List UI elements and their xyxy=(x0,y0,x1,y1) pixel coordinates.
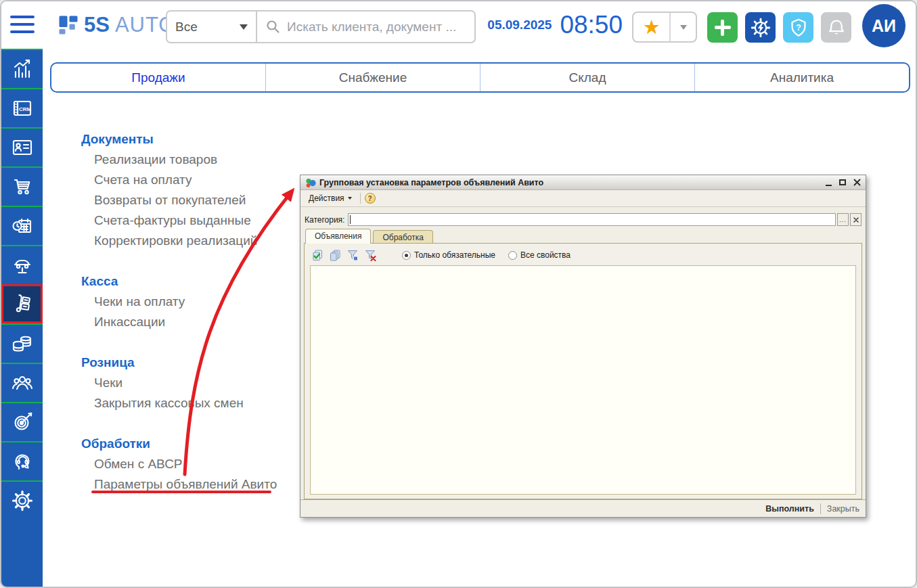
dialog-title: Групповая установка параметров объявлени… xyxy=(319,178,543,187)
app-logo[interactable]: 5SAUTO xyxy=(58,1,175,49)
chevron-down-icon xyxy=(680,25,687,30)
add-new-button[interactable] xyxy=(707,12,738,43)
radio-required-only[interactable]: Только обязательные xyxy=(402,250,495,260)
properties-list[interactable] xyxy=(310,265,856,495)
user-avatar[interactable]: АИ xyxy=(862,4,905,47)
topbar: 5SAUTO Все 05.09.2025 08:50 ★ xyxy=(1,1,916,49)
close-dialog-button[interactable]: Закрыть xyxy=(827,504,859,514)
star-icon[interactable]: ★ xyxy=(633,13,671,41)
svg-text:?: ? xyxy=(796,22,801,32)
help-icon[interactable]: ? xyxy=(365,193,376,204)
car-service-icon xyxy=(10,253,35,277)
menu-section-title: Розница xyxy=(81,353,277,373)
tab-obyavleniya[interactable]: Объявления xyxy=(305,229,371,244)
menu-section-title: Документы xyxy=(81,129,277,150)
menu-section-title: Касса xyxy=(81,271,277,292)
tab-supply[interactable]: Снабжение xyxy=(265,64,480,91)
category-clear-button[interactable] xyxy=(850,213,862,226)
button-separator xyxy=(820,503,821,514)
processing-icon xyxy=(305,177,316,188)
menu-item-cheki[interactable]: Чеки xyxy=(81,373,277,393)
tab-label: Снабжение xyxy=(339,70,407,85)
toolbar-separator xyxy=(360,193,361,204)
help-button[interactable]: ? xyxy=(783,12,813,43)
help-shield-icon: ? xyxy=(787,16,810,39)
menu-item-inkassacii[interactable]: Инкассации xyxy=(81,312,277,332)
set-filter-icon[interactable] xyxy=(345,248,359,263)
contacts-icon xyxy=(10,135,35,160)
sidebar-item-team[interactable] xyxy=(1,363,43,402)
team-icon xyxy=(10,371,35,395)
logo-mark-icon xyxy=(58,15,79,35)
menu-item-obmen-avsr[interactable]: Обмен с АВСР xyxy=(81,454,277,474)
copy-pages-icon[interactable] xyxy=(328,248,342,263)
sidebar-item-schedule[interactable] xyxy=(1,206,43,245)
execute-button[interactable]: Выполнить xyxy=(765,504,814,514)
tab-sales[interactable]: Продажи xyxy=(51,64,265,91)
dialog-titlebar[interactable]: Групповая установка параметров объявлени… xyxy=(300,175,866,190)
chevron-down-icon xyxy=(240,24,248,30)
quick-settings-button[interactable] xyxy=(745,12,776,43)
sidebar-item-support[interactable] xyxy=(1,441,43,480)
app-root: 5SAUTO Все 05.09.2025 08:50 ★ xyxy=(0,0,917,588)
check-all-icon[interactable] xyxy=(310,248,324,263)
notifications-button[interactable] xyxy=(821,12,851,43)
radio-dot-icon xyxy=(508,251,517,260)
sidebar-item-shipments[interactable] xyxy=(1,284,43,323)
global-search: Все xyxy=(166,10,476,43)
tab-analytics[interactable]: Аналитика xyxy=(694,64,909,91)
tab-label: Продажи xyxy=(131,70,185,85)
sidebar-item-car-service[interactable] xyxy=(1,245,43,284)
search-input[interactable] xyxy=(287,20,466,35)
sidebar-item-settings[interactable] xyxy=(1,480,43,520)
actions-menu[interactable]: Действия xyxy=(305,192,356,204)
radio-all-properties[interactable]: Все свойства xyxy=(508,250,571,260)
favorites-dropdown[interactable] xyxy=(671,13,696,41)
finance-coins-icon xyxy=(10,332,35,356)
sales-menu: Документы Реализации товаров Счета на оп… xyxy=(81,129,277,515)
tab-warehouse[interactable]: Склад xyxy=(480,64,694,91)
menu-item-parametry-avito[interactable]: Параметры объявлений Авито xyxy=(81,474,277,495)
search-field-wrap xyxy=(257,20,474,35)
menu-item-realizacii[interactable]: Реализации товаров xyxy=(81,150,277,170)
datetime: 05.09.2025 08:50 xyxy=(487,1,623,49)
sidebar-item-crm[interactable]: CRM xyxy=(1,88,43,127)
menu-item-cheki-oplata[interactable]: Чеки на оплату xyxy=(81,292,277,312)
maximize-icon[interactable] xyxy=(839,179,846,185)
menu-item-scheta[interactable]: Счета на оплату xyxy=(81,170,277,190)
avatar-initials: АИ xyxy=(872,16,896,36)
dialog-menubar: Действия ? xyxy=(300,190,866,207)
sidebar-item-orders[interactable] xyxy=(1,166,43,206)
sidebar-item-targets[interactable] xyxy=(1,402,43,441)
cart-icon xyxy=(10,175,35,199)
sidebar-item-finance[interactable] xyxy=(1,323,43,363)
window-controls xyxy=(826,179,861,186)
clear-filter-icon[interactable] xyxy=(363,248,377,263)
tab-obrabotka[interactable]: Обработка xyxy=(373,230,433,244)
search-scope-dropdown[interactable]: Все xyxy=(167,12,257,42)
search-icon xyxy=(266,20,280,34)
minimize-icon[interactable] xyxy=(826,185,832,186)
close-icon[interactable] xyxy=(853,179,861,186)
radio-dot-icon xyxy=(402,251,411,260)
category-select-button[interactable]: ... xyxy=(837,213,849,226)
menu-item-vozvraty[interactable]: Возвраты от покупателей xyxy=(81,190,277,210)
plus-icon xyxy=(721,20,724,36)
section-tabbar: Продажи Снабжение Склад Аналитика xyxy=(50,62,910,93)
menu-item-zakrytia-smen[interactable]: Закрытия кассовых смен xyxy=(81,393,277,413)
logo-text-bold: 5S xyxy=(84,13,110,37)
sidebar-item-analytics[interactable] xyxy=(1,49,43,88)
menu-item-scheta-faktury[interactable]: Счета-фактуры выданные xyxy=(81,210,277,231)
sidebar-item-contacts[interactable] xyxy=(1,127,43,166)
actions-label: Действия xyxy=(309,194,344,203)
search-scope-value: Все xyxy=(175,20,198,35)
category-input[interactable] xyxy=(348,213,836,226)
hamburger-menu-icon[interactable] xyxy=(10,16,35,33)
current-time: 08:50 xyxy=(560,11,623,39)
hand-truck-icon xyxy=(10,292,35,316)
target-icon xyxy=(10,410,35,434)
favorites-split-button: ★ xyxy=(632,12,697,43)
menu-item-korrektirovki[interactable]: Корректировки реализаций xyxy=(81,231,277,251)
bell-icon xyxy=(825,16,848,39)
chevron-down-icon xyxy=(348,197,352,200)
